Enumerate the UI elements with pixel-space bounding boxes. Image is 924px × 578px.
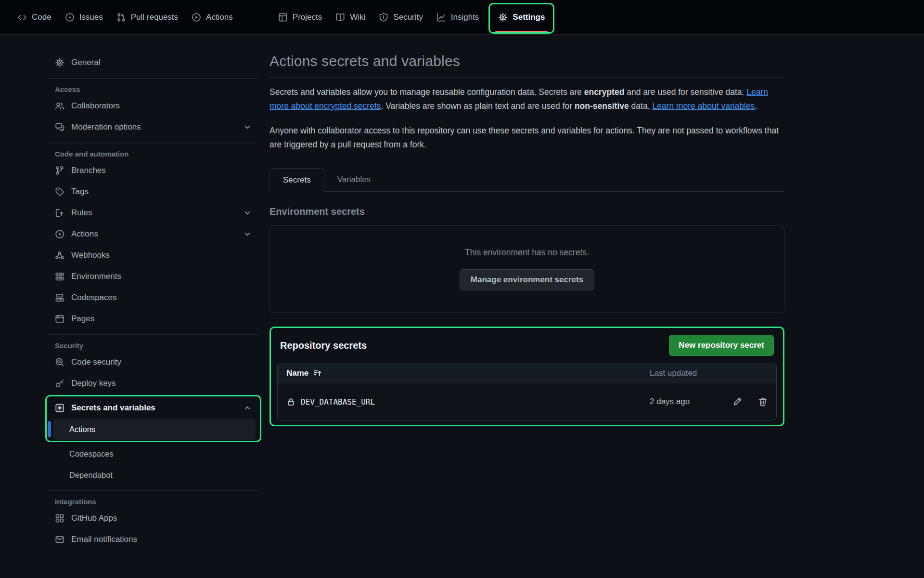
browser-icon xyxy=(55,314,64,324)
sidebar-item-email-notifications[interactable]: Email notifications xyxy=(48,529,258,550)
sidebar-subitem-actions[interactable]: Actions xyxy=(53,419,256,440)
sidebar-item-webhooks[interactable]: Webhooks xyxy=(48,245,258,266)
rules-icon xyxy=(55,208,64,218)
sidebar-subitem-codespaces[interactable]: Codespaces xyxy=(48,443,258,464)
sidebar-item-label: Codespaces xyxy=(71,293,117,302)
name-column-label: Name xyxy=(286,368,308,378)
sidebar-item-deploy-keys[interactable]: Deploy keys xyxy=(48,373,258,394)
intro-text: . Variables are shown as plain text and … xyxy=(381,101,575,111)
sidebar-item-label: Secrets and variables xyxy=(71,403,155,413)
sidebar-subitem-label: Actions xyxy=(69,425,95,434)
secret-name: DEV_DATABASE_URL xyxy=(301,397,375,407)
sidebar-item-secrets-and-variables[interactable]: Secrets and variables xyxy=(48,397,258,419)
edit-secret-button[interactable] xyxy=(732,397,742,407)
server-icon xyxy=(55,272,64,281)
sidebar-item-collaborators[interactable]: Collaborators xyxy=(48,95,258,117)
sidebar-item-branches[interactable]: Branches xyxy=(48,160,258,181)
sidebar-item-code-security[interactable]: Code security xyxy=(48,352,258,373)
table-header-row: Name Last updated xyxy=(278,363,776,383)
sidebar-section-access: Access xyxy=(48,85,258,93)
manage-environment-secrets-button[interactable]: Manage environment secrets xyxy=(460,269,594,290)
access-paragraph: Anyone with collaborator access to this … xyxy=(270,124,784,152)
environment-secrets-box: This environment has no secrets. Manage … xyxy=(270,225,784,313)
sidebar-item-environments[interactable]: Environments xyxy=(48,266,258,287)
tag-icon xyxy=(55,187,64,197)
repo-tab-bar: Code Issues Pull requests Actions Projec… xyxy=(0,0,924,35)
nav-tab-actions[interactable]: Actions xyxy=(185,0,240,34)
play-icon xyxy=(192,13,201,22)
nav-tab-label: Actions xyxy=(206,13,233,22)
sidebar-item-rules[interactable]: Rules xyxy=(48,202,258,223)
shield-icon xyxy=(379,13,388,22)
code-icon xyxy=(17,13,27,22)
codescan-icon xyxy=(55,357,64,367)
nav-tab-issues[interactable]: Issues xyxy=(58,0,110,34)
last-updated-column-label: Last updated xyxy=(650,368,768,378)
people-icon xyxy=(55,101,64,111)
intro-text: data. xyxy=(629,101,653,111)
nav-tab-insights[interactable]: Insights xyxy=(430,0,486,34)
nav-tab-wiki[interactable]: Wiki xyxy=(329,0,372,34)
nav-tab-label: Issues xyxy=(79,13,103,22)
sidebar-item-tags[interactable]: Tags xyxy=(48,181,258,202)
sidebar-item-label: Environments xyxy=(71,272,121,281)
sidebar-item-label: Tags xyxy=(71,187,89,197)
nav-tab-settings[interactable]: Settings xyxy=(488,0,554,34)
name-column-sort[interactable]: Name xyxy=(286,368,322,378)
intro-text: Secrets and variables allow you to manag… xyxy=(270,87,584,97)
sidebar-item-label: Webhooks xyxy=(71,250,110,260)
secret-last-updated: 2 days ago xyxy=(650,397,690,407)
nav-tab-label: Pull requests xyxy=(131,13,178,22)
tab-variables[interactable]: Variables xyxy=(324,168,384,191)
intro-paragraph: Secrets and variables allow you to manag… xyxy=(270,85,784,113)
new-repository-secret-button[interactable]: New repository secret xyxy=(669,335,774,356)
annotation-highlight-repository-secrets: Repository secrets New repository secret… xyxy=(270,327,784,426)
chevron-up-icon xyxy=(243,404,252,412)
divider xyxy=(48,334,258,335)
sidebar-item-label: Email notifications xyxy=(71,535,137,544)
table-row: DEV_DATABASE_URL 2 days ago xyxy=(278,383,776,420)
nav-tab-label: Projects xyxy=(293,13,322,22)
secrets-variables-tabnav: Secrets Variables xyxy=(270,168,784,192)
nav-tab-pull-requests[interactable]: Pull requests xyxy=(110,0,185,34)
chevron-down-icon xyxy=(243,230,252,238)
sidebar-item-github-apps[interactable]: GitHub Apps xyxy=(48,508,258,529)
intro-bold: non-sensitive xyxy=(575,101,629,111)
intro-text: and are used for sensitive data. xyxy=(624,87,746,97)
sidebar-item-actions[interactable]: Actions xyxy=(48,223,258,245)
sidebar-item-moderation-options[interactable]: Moderation options xyxy=(48,117,258,138)
nav-tab-code[interactable]: Code xyxy=(11,0,58,34)
book-icon xyxy=(335,13,345,22)
nav-tab-label: Settings xyxy=(513,13,545,22)
sidebar-item-label: Rules xyxy=(71,208,92,218)
link-variables[interactable]: Learn more about variables xyxy=(652,101,755,111)
divider xyxy=(48,490,258,491)
git-pull-request-icon xyxy=(116,13,126,22)
sidebar-item-label: Code security xyxy=(71,357,121,367)
nav-tab-security[interactable]: Security xyxy=(372,0,429,34)
sidebar-item-codespaces[interactable]: Codespaces xyxy=(48,287,258,308)
nav-tab-projects[interactable]: Projects xyxy=(271,0,329,34)
sort-ascending-icon xyxy=(313,369,322,378)
sidebar-item-pages[interactable]: Pages xyxy=(48,308,258,329)
nav-tab-label: Code xyxy=(32,13,51,22)
chevron-down-icon xyxy=(243,209,252,217)
divider xyxy=(48,78,258,79)
sidebar-item-label: General xyxy=(71,58,100,67)
sidebar-item-label: Deploy keys xyxy=(71,379,116,388)
environment-secrets-heading: Environment secrets xyxy=(270,206,784,217)
annotation-highlight-secrets-and-variables: Secrets and variables Actions xyxy=(45,395,261,442)
chevron-down-icon xyxy=(243,123,252,131)
intro-bold: encrypted xyxy=(584,87,625,97)
repository-secrets-heading: Repository secrets xyxy=(280,340,367,351)
repository-secrets-table: Name Last updated DEV_DATABASE_URL 2 day… xyxy=(277,363,777,420)
sidebar-item-general[interactable]: General xyxy=(48,52,258,73)
delete-secret-button[interactable] xyxy=(758,397,768,407)
sidebar-item-label: Moderation options xyxy=(71,122,141,132)
gear-icon xyxy=(55,58,64,67)
nav-tab-label: Wiki xyxy=(350,13,365,22)
sidebar-section-integrations: Integrations xyxy=(48,498,258,506)
sidebar-subitem-dependabot[interactable]: Dependabot xyxy=(48,464,258,486)
tab-secrets[interactable]: Secrets xyxy=(270,168,324,192)
sidebar-subitem-label: Codespaces xyxy=(69,449,114,459)
